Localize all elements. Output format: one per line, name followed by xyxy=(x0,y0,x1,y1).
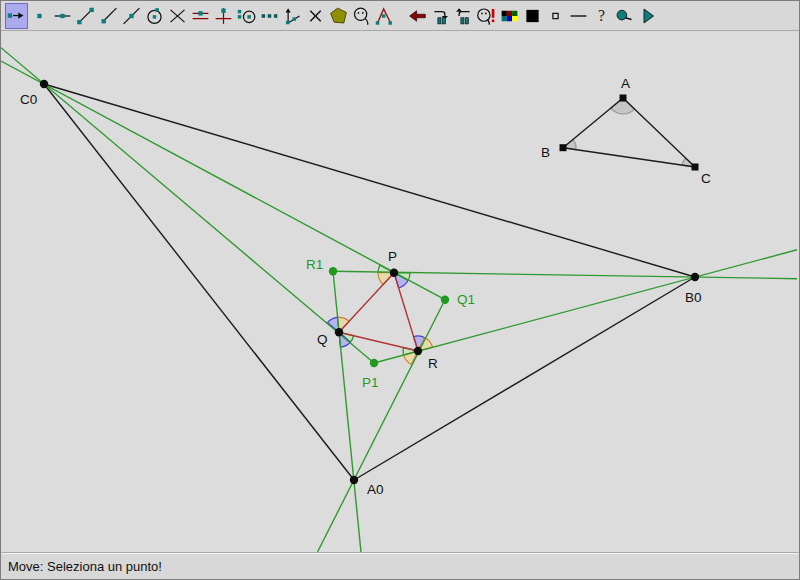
label-C: C xyxy=(701,171,711,186)
point-A[interactable] xyxy=(620,95,627,102)
move-tool-button[interactable] xyxy=(5,3,28,29)
fixed-circle-tool-button[interactable] xyxy=(235,3,258,29)
point-style-tool-button[interactable] xyxy=(544,3,567,29)
svg-text:?: ? xyxy=(598,7,605,24)
color-black-swatch-button[interactable] xyxy=(521,3,544,29)
trisector-ray-Q1-P-C0[interactable] xyxy=(1,61,445,300)
point-tool-button[interactable] xyxy=(28,3,51,29)
macro-tool-button[interactable] xyxy=(350,3,373,29)
segment-tool-icon xyxy=(75,4,96,28)
angle-tool-icon xyxy=(282,4,303,28)
color-palette-tool-icon xyxy=(499,4,520,28)
replay-back-tool-button[interactable] xyxy=(452,3,475,29)
circle-tool-icon xyxy=(144,4,165,28)
label-Q: Q xyxy=(317,332,328,347)
help-tool-button[interactable]: ? xyxy=(590,3,613,29)
polygon-tool-button[interactable] xyxy=(327,3,350,29)
point-tool-icon xyxy=(29,4,50,28)
ray-tool-icon xyxy=(98,4,119,28)
intersection-tool-button[interactable] xyxy=(166,3,189,29)
label-C0: C0 xyxy=(20,92,37,107)
line-style-tool-button[interactable] xyxy=(567,3,590,29)
point-Q[interactable] xyxy=(335,328,343,336)
polygon-tool-icon xyxy=(328,4,349,28)
app-window: ? C0B0A0PQRR1Q1P1ABC Move: Seleziona un … xyxy=(0,0,800,580)
midpoint-tool-icon xyxy=(52,4,73,28)
intersection-tool-icon xyxy=(167,4,188,28)
point-C[interactable] xyxy=(692,164,699,171)
label-R1: R1 xyxy=(306,257,323,272)
point-B[interactable] xyxy=(560,144,567,151)
toolbar: ? xyxy=(1,1,799,31)
status-message: Move: Seleziona un punto! xyxy=(8,559,162,574)
point-style-tool-icon xyxy=(545,4,566,28)
point-R[interactable] xyxy=(414,347,422,355)
status-bar: Move: Seleziona un punto! xyxy=(1,553,799,579)
point-R1[interactable] xyxy=(329,267,337,275)
move-tool-icon xyxy=(6,4,27,28)
trace-tool-icon xyxy=(259,4,280,28)
back-tool-button[interactable] xyxy=(406,3,429,29)
trisector-macro-tool-button[interactable] xyxy=(373,3,396,29)
label-A0: A0 xyxy=(367,482,384,497)
label-Q1: Q1 xyxy=(457,292,475,307)
comment-tool-button[interactable] xyxy=(475,3,498,29)
point-Q1[interactable] xyxy=(441,296,449,304)
label-P1: P1 xyxy=(362,375,379,390)
line-style-tool-icon xyxy=(568,4,589,28)
midpoint-tool-button[interactable] xyxy=(51,3,74,29)
help-tool-icon: ? xyxy=(591,4,612,28)
side-B-C[interactable] xyxy=(563,148,695,167)
point-B0[interactable] xyxy=(691,273,699,281)
line-tool-button[interactable] xyxy=(120,3,143,29)
side-A-B[interactable] xyxy=(563,98,623,148)
segment-tool-button[interactable] xyxy=(74,3,97,29)
morley-side-P-Q[interactable] xyxy=(339,273,394,333)
point-A0[interactable] xyxy=(350,476,358,484)
point-P[interactable] xyxy=(390,269,398,277)
delete-tool-button[interactable] xyxy=(304,3,327,29)
side-C0-B0[interactable] xyxy=(44,84,695,277)
label-P: P xyxy=(388,249,397,264)
replay-forward-tool-icon xyxy=(430,4,451,28)
zoom-tool-icon xyxy=(614,4,635,28)
color-palette-tool-button[interactable] xyxy=(498,3,521,29)
perpendicular-tool-button[interactable] xyxy=(212,3,235,29)
parallel-tool-icon xyxy=(190,4,211,28)
point-C0[interactable] xyxy=(40,80,48,88)
trisector-macro-tool-icon xyxy=(374,4,395,28)
parallel-tool-button[interactable] xyxy=(189,3,212,29)
fixed-circle-tool-icon xyxy=(236,4,257,28)
play-tool-button[interactable] xyxy=(636,3,659,29)
play-tool-icon xyxy=(637,4,658,28)
label-R: R xyxy=(428,356,438,371)
side-C0-A0[interactable] xyxy=(44,84,354,480)
trace-tool-button[interactable] xyxy=(258,3,281,29)
comment-tool-icon xyxy=(476,4,497,28)
replay-forward-tool-button[interactable] xyxy=(429,3,452,29)
label-B: B xyxy=(541,145,550,160)
delete-tool-icon xyxy=(305,4,326,28)
point-P1[interactable] xyxy=(370,359,378,367)
trisector-ray-P1-Q-C0[interactable] xyxy=(1,48,374,363)
trisector-ray-Q1-R-A0[interactable] xyxy=(318,300,446,552)
label-A: A xyxy=(621,76,630,91)
replay-back-tool-icon xyxy=(453,4,474,28)
label-B0: B0 xyxy=(685,290,702,305)
line-tool-icon xyxy=(121,4,142,28)
macro-tool-icon xyxy=(351,4,372,28)
back-tool-icon xyxy=(407,4,428,28)
trisector-ray-P1-R-B0[interactable] xyxy=(374,250,797,363)
circle-tool-button[interactable] xyxy=(143,3,166,29)
perpendicular-tool-icon xyxy=(213,4,234,28)
geometry-drawing: C0B0A0PQRR1Q1P1ABC xyxy=(1,31,800,552)
morley-side-R-P[interactable] xyxy=(394,273,418,351)
color-black-swatch-icon xyxy=(522,4,543,28)
side-A-C[interactable] xyxy=(623,98,695,167)
ray-tool-button[interactable] xyxy=(97,3,120,29)
angle-tool-button[interactable] xyxy=(281,3,304,29)
zoom-tool-button[interactable] xyxy=(613,3,636,29)
construction-canvas[interactable]: C0B0A0PQRR1Q1P1ABC xyxy=(1,31,799,553)
